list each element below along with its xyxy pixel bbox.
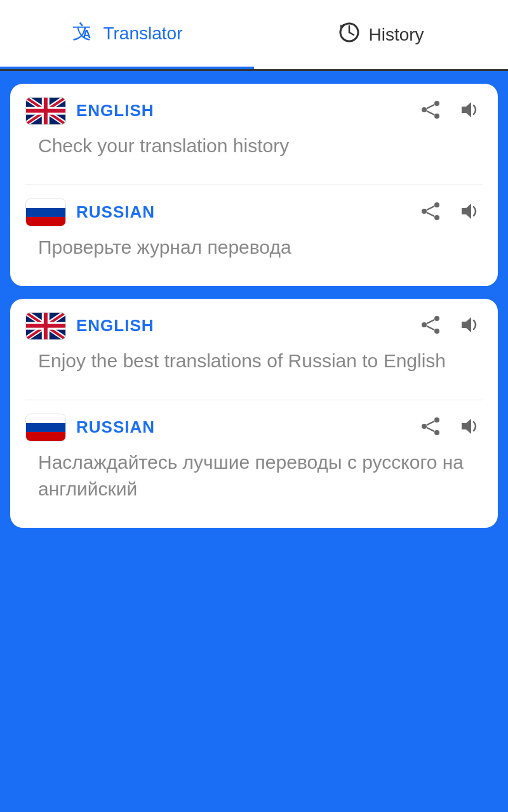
card-1-target-section: RUSSIAN [10, 185, 498, 286]
svg-point-6 [434, 101, 439, 106]
svg-text:A: A [83, 28, 91, 41]
card-1-target-speaker-button[interactable] [456, 198, 483, 226]
svg-marker-29 [462, 419, 471, 434]
translate-icon: 文 A [71, 19, 95, 48]
card-2-target-section: RUSSIAN [10, 400, 498, 528]
svg-marker-23 [462, 317, 471, 332]
svg-line-16 [427, 213, 434, 216]
card-2-target-lang: RUSSIAN [76, 417, 408, 437]
svg-point-25 [422, 424, 427, 429]
ru-flag [25, 199, 66, 226]
svg-point-7 [422, 107, 427, 112]
svg-line-28 [427, 428, 434, 431]
svg-point-12 [434, 202, 439, 207]
card-2-source-lang: ENGLISH [76, 316, 408, 336]
translation-card-2: ENGLISH [10, 299, 498, 528]
svg-line-22 [427, 326, 434, 330]
svg-line-10 [427, 111, 434, 115]
card-2-target-actions [418, 413, 483, 442]
svg-point-26 [434, 430, 439, 435]
card-2-source-share-button[interactable] [418, 312, 443, 339]
tab-translator[interactable]: 文 A Translator [0, 0, 254, 69]
card-1-source-lang: ENGLISH [76, 101, 408, 121]
svg-marker-17 [462, 204, 471, 219]
history-icon [338, 21, 361, 49]
uk-flag-2 [25, 312, 66, 340]
translation-card-1: ENGLISH [10, 84, 498, 286]
card-2-source-actions [418, 311, 483, 340]
card-1-source-section: ENGLISH [10, 84, 498, 185]
svg-line-21 [427, 320, 434, 324]
card-2-source-speaker-button[interactable] [456, 311, 483, 340]
svg-point-8 [434, 114, 439, 119]
history-tab-label: History [368, 25, 424, 45]
main-content: ENGLISH [0, 71, 508, 812]
svg-line-15 [427, 206, 434, 210]
card-1-target-text: Проверьте журнал перевода [25, 234, 483, 273]
svg-point-19 [422, 322, 427, 327]
card-2-target-text: Наслаждайтесь лучшие переводы с русского… [25, 449, 483, 515]
header: 文 A Translator History [0, 0, 508, 71]
svg-line-27 [427, 421, 434, 425]
card-2-source-section: ENGLISH [10, 299, 498, 400]
card-1-source-speaker-button[interactable] [456, 96, 483, 125]
card-1-target-share-button[interactable] [418, 199, 443, 226]
card-2-target-share-button[interactable] [418, 414, 443, 441]
tab-history[interactable]: History [254, 0, 508, 69]
card-1-source-text: Check your translation history [25, 133, 483, 172]
card-1-source-actions [418, 96, 483, 125]
svg-point-14 [434, 215, 439, 220]
card-1-source-share-button[interactable] [418, 97, 443, 124]
svg-point-20 [434, 329, 439, 334]
svg-marker-11 [462, 102, 471, 117]
svg-line-9 [427, 105, 434, 108]
svg-point-18 [434, 316, 439, 321]
translator-tab-label: Translator [103, 23, 182, 44]
uk-flag [25, 97, 66, 125]
svg-line-4 [349, 32, 354, 35]
card-1-target-actions [418, 198, 483, 226]
ru-flag-2 [25, 414, 66, 442]
svg-point-13 [422, 209, 427, 214]
card-1-target-lang: RUSSIAN [76, 202, 408, 222]
svg-point-24 [434, 417, 439, 422]
card-2-source-text: Enjoy the best translations of Russian t… [25, 348, 483, 387]
card-2-target-speaker-button[interactable] [456, 413, 483, 442]
